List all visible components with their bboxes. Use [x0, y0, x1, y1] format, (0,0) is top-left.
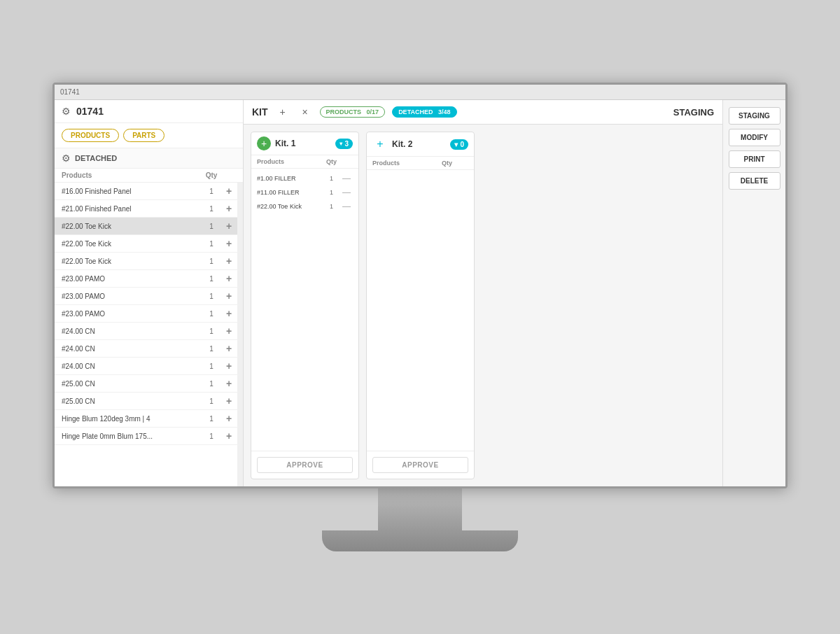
kit2-columns: Products Qty — [367, 157, 474, 170]
kit-item-name: #11.00 FILLER — [257, 189, 323, 196]
product-qty: 1 — [201, 362, 222, 370]
product-add-icon[interactable]: + — [222, 413, 236, 424]
delete-button[interactable]: DELETE — [729, 172, 780, 190]
product-row[interactable]: #24.00 CN 1 + — [55, 323, 243, 340]
kit-item-row: #11.00 FILLER 1 — — [251, 185, 358, 199]
scrollbar[interactable] — [237, 183, 243, 486]
right-panel: STAGING MODIFY PRINT DELETE — [722, 100, 785, 486]
kit2-count-button[interactable]: ▾ 0 — [450, 139, 468, 150]
product-add-icon[interactable]: + — [222, 325, 236, 337]
tab-parts[interactable]: PARTS — [123, 129, 164, 142]
product-row[interactable]: #24.00 CN 1 + — [55, 358, 243, 375]
product-name: #24.00 CN — [62, 345, 201, 353]
kit2-panel: + Kit. 2 ▾ 0 Products Qty — [366, 132, 475, 479]
kit1-columns: Products Qty — [251, 155, 358, 169]
kit2-add-button[interactable]: + — [372, 136, 388, 152]
monitor-stand-neck — [378, 488, 462, 530]
kit2-col-action — [456, 160, 468, 167]
product-row[interactable]: #23.00 PAMO 1 + — [55, 270, 243, 288]
product-add-icon[interactable]: + — [222, 360, 236, 372]
product-add-icon[interactable]: + — [222, 273, 236, 284]
product-row[interactable]: #23.00 PAMO 1 + — [55, 288, 243, 305]
product-name: #16.00 Finished Panel — [62, 188, 201, 195]
detached-badge-count: 3/48 — [438, 108, 451, 115]
product-row[interactable]: #16.00 Finished Panel 1 + — [55, 183, 243, 200]
kit1-items: #1.00 FILLER 1 — #11.00 FILLER 1 — #22.0… — [251, 169, 358, 451]
product-name: #25.00 CN — [62, 397, 201, 405]
kit1-col-product: Products — [257, 158, 323, 165]
product-qty: 1 — [201, 397, 222, 405]
monitor-stand-base — [322, 530, 518, 551]
product-qty: 1 — [201, 415, 222, 423]
product-add-icon[interactable]: + — [222, 343, 236, 354]
kit2-approve-button[interactable]: APPROVE — [372, 457, 468, 473]
product-name: #25.00 CN — [62, 380, 201, 388]
detached-header: ⚙ DETACHED — [55, 148, 243, 169]
product-row[interactable]: #22.00 Toe Kick 1 + — [55, 218, 243, 235]
close-kit-button[interactable]: × — [298, 104, 313, 120]
product-name: Hinge Blum 120deg 3mm | 4 — [62, 415, 201, 423]
monitor-screen: 01741 ⚙ 01741 PRODUCTS PARTS ⚙ DETACH — [52, 83, 788, 488]
kit1-col-action — [340, 158, 353, 165]
detached-badge-button[interactable]: DETACHED 3/48 — [392, 106, 456, 118]
kit1-add-button[interactable]: + — [257, 136, 271, 150]
kit2-chevron-icon: ▾ — [454, 141, 458, 148]
product-add-icon[interactable]: + — [222, 308, 236, 319]
product-add-icon[interactable]: + — [222, 203, 236, 214]
product-row[interactable]: #25.00 CN 1 + — [55, 375, 243, 393]
product-add-icon[interactable]: + — [222, 290, 236, 302]
kit-item-remove-icon[interactable]: — — [340, 174, 353, 183]
kit2-items — [367, 170, 474, 451]
detached-badge-label: DETACHED — [398, 108, 433, 115]
tab-products[interactable]: PRODUCTS — [62, 129, 119, 142]
product-name: #22.00 Toe Kick — [62, 258, 201, 265]
product-row[interactable]: #21.00 Finished Panel 1 + — [55, 200, 243, 218]
kit-item-remove-icon[interactable]: — — [340, 202, 353, 211]
main-toolbar: KIT + × PRODUCTS 0/17 DETACHED 3/48 — [244, 100, 722, 125]
products-badge-button[interactable]: PRODUCTS 0/17 — [320, 106, 386, 118]
kit1-panel: + Kit. 1 ▾ 3 Products Qty — [251, 132, 359, 479]
main-area: KIT + × PRODUCTS 0/17 DETACHED 3/48 — [244, 100, 722, 486]
title-bar: 01741 — [55, 85, 785, 100]
print-button[interactable]: PRINT — [729, 150, 780, 168]
product-add-icon[interactable]: + — [222, 185, 236, 197]
product-qty: 1 — [201, 345, 222, 353]
product-row[interactable]: #23.00 PAMO 1 + — [55, 305, 243, 323]
monitor-wrapper: 01741 ⚙ 01741 PRODUCTS PARTS ⚙ DETACH — [35, 83, 805, 551]
staging-button[interactable]: STAGING — [729, 107, 780, 125]
kit1-approve-button[interactable]: APPROVE — [257, 457, 353, 473]
add-kit-button[interactable]: + — [275, 104, 290, 120]
products-list: #16.00 Finished Panel 1 + #21.00 Finishe… — [55, 183, 243, 486]
product-row[interactable]: #22.00 Toe Kick 1 + — [55, 235, 243, 253]
product-name: #22.00 Toe Kick — [62, 240, 201, 248]
kit2-col-product: Products — [372, 160, 438, 167]
product-add-icon[interactable]: + — [222, 238, 236, 249]
product-add-icon[interactable]: + — [222, 430, 236, 442]
product-row[interactable]: #24.00 CN 1 + — [55, 340, 243, 358]
modify-button[interactable]: MODIFY — [729, 129, 780, 146]
product-add-icon[interactable]: + — [222, 255, 236, 267]
kit1-count-button[interactable]: ▾ 3 — [335, 139, 353, 149]
kit-item-name: #22.00 Toe Kick — [257, 203, 323, 210]
detached-label: DETACHED — [75, 154, 117, 162]
product-add-icon[interactable]: + — [222, 378, 236, 389]
product-row[interactable]: Hinge Plate 0mm Blum 175... 1 + — [55, 428, 243, 445]
product-qty: 1 — [201, 188, 222, 195]
kit2-header: + Kit. 2 ▾ 0 — [367, 132, 474, 157]
product-add-icon[interactable]: + — [222, 395, 236, 407]
product-row[interactable]: Hinge Blum 120deg 3mm | 4 1 + — [55, 410, 243, 428]
left-tabs: PRODUCTS PARTS — [55, 123, 243, 148]
col-qty-header: Qty — [201, 171, 222, 179]
kit1-approve-area: APPROVE — [251, 451, 358, 479]
product-qty: 1 — [201, 293, 222, 300]
products-badge-label: PRODUCTS — [326, 108, 362, 115]
kit1-header: + Kit. 1 ▾ 3 — [251, 132, 358, 155]
product-add-icon[interactable]: + — [222, 220, 236, 232]
product-row[interactable]: #25.00 CN 1 + — [55, 393, 243, 410]
kit-item-remove-icon[interactable]: — — [340, 188, 353, 197]
kit2-title: Kit. 2 — [392, 139, 446, 149]
title-bar-text: 01741 — [60, 88, 80, 96]
product-qty: 1 — [201, 275, 222, 283]
product-name: #24.00 CN — [62, 362, 201, 370]
product-row[interactable]: #22.00 Toe Kick 1 + — [55, 253, 243, 270]
